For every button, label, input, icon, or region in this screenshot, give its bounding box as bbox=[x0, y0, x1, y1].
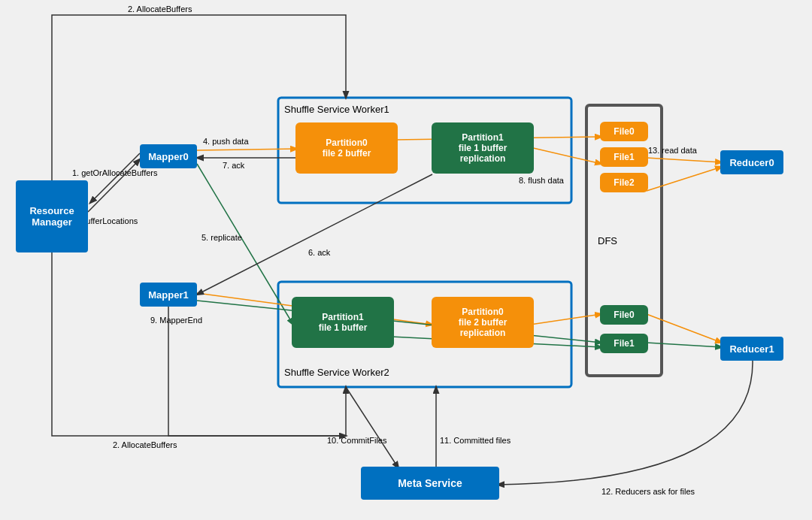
mapper-end-label: 9. MapperEnd bbox=[150, 316, 202, 325]
commit-files-arrow bbox=[346, 387, 398, 468]
reducers-ask-label: 12. Reducers ask for files bbox=[601, 487, 695, 496]
flush-data-arrow bbox=[530, 147, 601, 164]
dfs-reducer1-arrow bbox=[647, 343, 722, 347]
allocate-buffers-bot-label: 2. AllocateBuffers bbox=[113, 440, 177, 449]
worker1-label: Shuffle Service Worker1 bbox=[284, 104, 389, 115]
reducer0-node: Reducer0 bbox=[720, 150, 783, 174]
mapper0-node: Mapper0 bbox=[140, 144, 197, 168]
worker2-label: Shuffle Service Worker2 bbox=[284, 367, 389, 378]
read-data-label: 13. read data bbox=[648, 146, 698, 155]
push-data-label: 4. push data bbox=[203, 137, 249, 146]
ack-top-label: 7. ack bbox=[223, 161, 245, 170]
ack-bot-label: 6. ack bbox=[308, 248, 331, 257]
dfs-file1-top-node: File1 bbox=[600, 147, 648, 167]
dfs-label: DFS bbox=[598, 235, 617, 246]
meta-service-node: Meta Service bbox=[361, 467, 499, 500]
partition1-worker1-node: Partition1 file 1 buffer replication bbox=[432, 122, 534, 174]
flush-data-label: 8. flush data bbox=[519, 176, 565, 185]
read-data-arrow bbox=[647, 158, 722, 162]
get-or-allocate-label: 1. getOrAllocateBuffers bbox=[72, 168, 158, 177]
buffer-locations-arrow bbox=[88, 159, 140, 212]
mapper1-dfs-green-arrow bbox=[197, 301, 601, 343]
reducers-ask-arrow bbox=[498, 349, 753, 485]
partition0-worker2-node: Partition0 file 2 buffer replication bbox=[432, 297, 534, 348]
replicate-label: 5. replicate bbox=[201, 233, 242, 242]
allocate-buffers-top-label: 2. AllocateBuffers bbox=[128, 5, 192, 14]
resource-manager-node: Resource Manager bbox=[16, 180, 88, 252]
dfs-file0-top-node: File0 bbox=[600, 122, 648, 141]
partition0-worker1-node: Partition0 file 2 buffer bbox=[295, 122, 398, 174]
committed-files-label: 11. Committed files bbox=[440, 436, 511, 445]
commit-files-label: 10. CommitFiles bbox=[327, 436, 387, 445]
dfs-file1-bot-node: File1 bbox=[600, 334, 648, 353]
dfs-file2-top-node: File2 bbox=[600, 173, 648, 192]
file2-reducer0-arrow bbox=[647, 167, 722, 191]
file0bot-reducer1-arrow bbox=[647, 314, 722, 343]
reducer1-node: Reducer1 bbox=[720, 337, 783, 361]
dfs-file0-bot-node: File0 bbox=[600, 305, 648, 325]
get-or-allocate-arrow bbox=[90, 153, 140, 203]
push-data-arrow bbox=[197, 149, 297, 150]
partition1-worker2-node: Partition1 file 1 buffer bbox=[292, 297, 394, 348]
p0w2-dfs-arrow bbox=[530, 314, 601, 325]
mapper1-node: Mapper1 bbox=[140, 283, 197, 307]
